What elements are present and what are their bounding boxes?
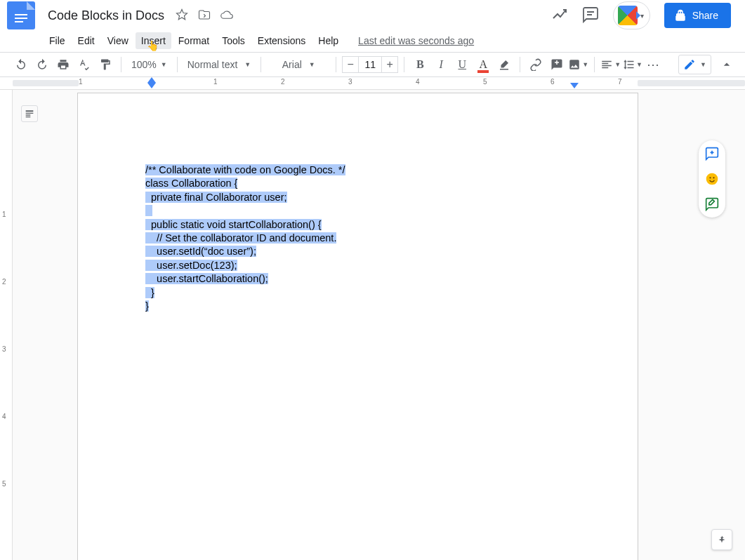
document-canvas[interactable]: 12345 /** Collaborate with code on Googl… bbox=[0, 90, 745, 560]
outline-button[interactable] bbox=[21, 105, 38, 122]
meet-camera-icon bbox=[618, 6, 638, 25]
floating-actions bbox=[699, 140, 725, 218]
redo-button[interactable] bbox=[32, 55, 52, 74]
chevron-down-icon: ▾ bbox=[640, 12, 644, 20]
paragraph-style-select[interactable]: Normal text▼ bbox=[183, 55, 256, 74]
add-comment-fab[interactable] bbox=[704, 146, 720, 161]
code-line[interactable]: // Set the collaborator ID and document. bbox=[145, 232, 336, 244]
highlight-button[interactable] bbox=[494, 55, 514, 74]
text-color-button[interactable]: A bbox=[473, 55, 493, 74]
code-line[interactable]: } bbox=[145, 287, 154, 298]
bold-button[interactable]: B bbox=[410, 55, 430, 74]
more-button[interactable]: ⋯ bbox=[644, 55, 664, 74]
cloud-icon[interactable] bbox=[220, 8, 233, 23]
font-size-decrease[interactable]: − bbox=[342, 56, 359, 73]
menu-extensions[interactable]: Extensions bbox=[252, 32, 311, 49]
code-line[interactable]: /** Collaborate with code on Google Docs… bbox=[145, 164, 345, 175]
line-spacing-button[interactable]: ▼ bbox=[622, 55, 642, 74]
insert-image-button[interactable]: ▼ bbox=[568, 55, 588, 74]
code-line[interactable]: private final Collaborator user; bbox=[145, 192, 287, 203]
comments-icon[interactable] bbox=[582, 6, 599, 25]
insert-link-button[interactable] bbox=[526, 55, 546, 74]
svg-point-0 bbox=[706, 173, 718, 185]
add-comment-button[interactable] bbox=[547, 55, 567, 74]
toolbar: 100%▼ Normal text▼ Arial▼ − 11 + B I U A… bbox=[0, 52, 745, 77]
paint-format-button[interactable] bbox=[95, 55, 115, 74]
menu-file[interactable]: File bbox=[44, 32, 71, 49]
italic-button[interactable]: I bbox=[431, 55, 451, 74]
menu-format[interactable]: Format bbox=[173, 32, 215, 49]
explore-button[interactable] bbox=[711, 529, 732, 550]
print-button[interactable] bbox=[53, 55, 73, 74]
menu-bar: FileEditViewInsertFormatToolsExtensionsH… bbox=[0, 31, 745, 51]
right-indent-marker[interactable] bbox=[570, 83, 579, 88]
menu-help[interactable]: Help bbox=[312, 32, 344, 49]
share-label: Share bbox=[692, 10, 718, 21]
align-button[interactable]: ▼ bbox=[600, 55, 621, 74]
zoom-select[interactable]: 100%▼ bbox=[127, 55, 171, 74]
move-icon[interactable] bbox=[198, 8, 211, 23]
menu-view[interactable]: View bbox=[102, 32, 134, 49]
svg-point-1 bbox=[709, 177, 711, 178]
document-title[interactable]: Code Blocks in Docs bbox=[44, 7, 169, 25]
docs-logo[interactable] bbox=[7, 1, 35, 29]
vertical-ruler[interactable]: 12345 bbox=[0, 90, 13, 560]
emoji-fab[interactable] bbox=[704, 171, 720, 187]
code-line[interactable]: user.setId(“doc user”); bbox=[145, 246, 256, 257]
code-line[interactable]: user.setDoc(123); bbox=[145, 260, 237, 271]
code-line[interactable]: user.startCollaboration(); bbox=[145, 273, 268, 284]
font-select[interactable]: Arial▼ bbox=[267, 55, 330, 74]
activity-icon[interactable] bbox=[551, 6, 568, 25]
code-line[interactable]: } bbox=[145, 300, 149, 312]
code-line[interactable] bbox=[145, 205, 152, 216]
last-edit-link[interactable]: Last edit was seconds ago bbox=[358, 35, 474, 46]
menu-tools[interactable]: Tools bbox=[216, 32, 251, 49]
horizontal-ruler[interactable]: 11234567 bbox=[0, 77, 745, 90]
collapse-button[interactable] bbox=[717, 55, 737, 74]
star-icon[interactable] bbox=[176, 8, 188, 23]
menu-insert[interactable]: Insert bbox=[136, 32, 171, 49]
suggest-fab[interactable] bbox=[704, 196, 720, 212]
svg-point-2 bbox=[713, 177, 714, 178]
code-line[interactable]: public static void startCollaboration() … bbox=[145, 219, 322, 230]
underline-button[interactable]: U bbox=[452, 55, 472, 74]
meet-button[interactable]: ▾ bbox=[613, 1, 650, 29]
menu-edit[interactable]: Edit bbox=[72, 32, 100, 49]
left-indent-marker[interactable] bbox=[147, 83, 156, 88]
editing-mode-button[interactable]: ▼ bbox=[678, 55, 711, 74]
undo-button[interactable] bbox=[11, 55, 31, 74]
spellcheck-button[interactable] bbox=[74, 55, 94, 74]
code-line[interactable]: class Collaboration { bbox=[145, 178, 237, 189]
document-text[interactable]: /** Collaborate with code on Google Docs… bbox=[145, 164, 345, 313]
first-line-indent-marker[interactable] bbox=[147, 77, 156, 83]
document-page[interactable]: /** Collaborate with code on Google Docs… bbox=[77, 93, 638, 560]
share-button[interactable]: Share bbox=[664, 3, 731, 28]
font-size-group: − 11 + bbox=[342, 56, 398, 73]
font-size-increase[interactable]: + bbox=[381, 56, 398, 73]
font-size-input[interactable]: 11 bbox=[359, 56, 381, 73]
